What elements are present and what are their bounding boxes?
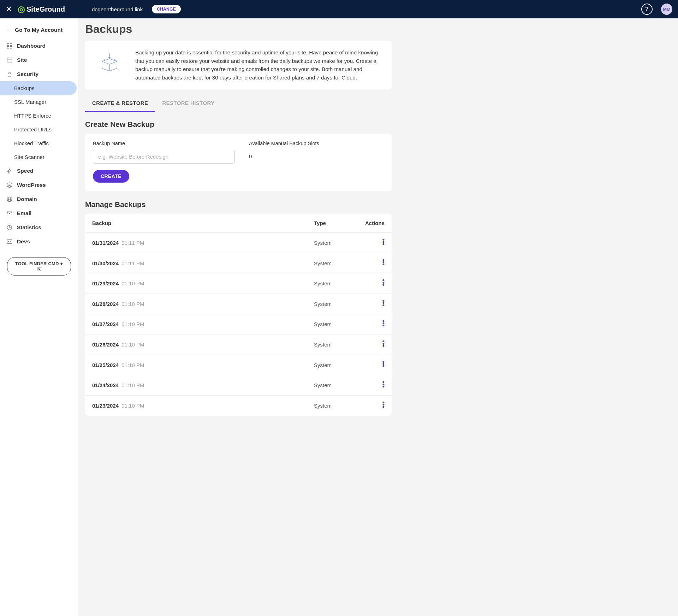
sidebar-item-wordpress[interactable]: WordPress bbox=[0, 178, 78, 192]
sidebar-item-domain[interactable]: Domain bbox=[0, 192, 78, 206]
sidebar-item-speed[interactable]: Speed bbox=[0, 164, 78, 178]
site-icon bbox=[6, 57, 13, 63]
subnav-item-blocked-traffic[interactable]: Blocked Traffic bbox=[0, 136, 78, 150]
actions-menu-icon[interactable]: ••• bbox=[382, 340, 385, 347]
actions-menu-icon[interactable]: ••• bbox=[382, 401, 385, 408]
backup-time: 01:11 PM bbox=[120, 240, 144, 246]
devs-icon bbox=[6, 238, 13, 245]
backup-cell: 01/24/2024 01:10 PM bbox=[92, 382, 314, 388]
wordpress-icon bbox=[6, 182, 13, 188]
subnav-item-ssl-manager[interactable]: SSL Manager bbox=[0, 95, 78, 109]
subnav-item-protected-urls[interactable]: Protected URLs bbox=[0, 123, 78, 136]
backup-actions: ••• bbox=[353, 320, 385, 329]
security-icon bbox=[6, 71, 13, 77]
actions-menu-icon[interactable]: ••• bbox=[382, 238, 385, 245]
dashboard-icon bbox=[6, 43, 13, 49]
table-row: 01/25/2024 01:10 PMSystem••• bbox=[85, 355, 392, 375]
table-header: Backup Type Actions bbox=[85, 214, 392, 233]
avatar[interactable]: MM bbox=[661, 4, 672, 15]
tab-create-restore[interactable]: CREATE & RESTORE bbox=[85, 96, 155, 112]
svg-rect-1 bbox=[10, 43, 12, 45]
table-row: 01/29/2024 01:10 PMSystem••• bbox=[85, 273, 392, 294]
help-icon[interactable]: ? bbox=[641, 4, 653, 15]
col-actions: Actions bbox=[353, 220, 385, 226]
backup-time: 01:10 PM bbox=[120, 342, 144, 348]
col-backup: Backup bbox=[92, 220, 314, 226]
tool-finder-button[interactable]: TOOL FINDER CMD + K bbox=[7, 257, 71, 276]
backup-actions: ••• bbox=[353, 361, 385, 369]
table-row: 01/24/2024 01:10 PMSystem••• bbox=[85, 375, 392, 396]
backup-actions: ••• bbox=[353, 259, 385, 268]
backup-cell: 01/29/2024 01:10 PM bbox=[92, 280, 314, 286]
table-row: 01/26/2024 01:10 PMSystem••• bbox=[85, 334, 392, 355]
logo-text: SiteGround bbox=[26, 5, 65, 13]
manage-section-title: Manage Backups bbox=[85, 200, 392, 209]
sidebar-item-security[interactable]: Security bbox=[0, 67, 78, 81]
backup-name-input[interactable] bbox=[93, 150, 235, 164]
backup-type: System bbox=[314, 321, 353, 327]
sidebar-item-label: Security bbox=[17, 71, 38, 77]
actions-menu-icon[interactable]: ••• bbox=[382, 320, 385, 327]
sidebar: ← Go To My Account DashboardSiteSecurity… bbox=[0, 18, 78, 616]
create-button[interactable]: CREATE bbox=[93, 170, 129, 183]
backup-time: 01:10 PM bbox=[120, 382, 144, 388]
logo[interactable]: ◎ SiteGround bbox=[18, 4, 65, 14]
backup-actions: ••• bbox=[353, 381, 385, 390]
svg-rect-13 bbox=[7, 240, 12, 244]
sidebar-item-devs[interactable]: Devs bbox=[0, 235, 78, 249]
sidebar-item-label: Email bbox=[17, 210, 31, 217]
backup-type: System bbox=[314, 403, 353, 409]
svg-rect-0 bbox=[7, 43, 9, 45]
change-site-button[interactable]: CHANGE bbox=[152, 5, 181, 13]
subnav-item-https-enforce[interactable]: HTTPS Enforce bbox=[0, 109, 78, 123]
backup-box-icon bbox=[94, 48, 125, 73]
table-row: 01/30/2024 01:11 PMSystem••• bbox=[85, 253, 392, 274]
backup-time: 01:11 PM bbox=[120, 260, 144, 266]
sidebar-item-email[interactable]: Email bbox=[0, 206, 78, 220]
create-section-title: Create New Backup bbox=[85, 120, 392, 129]
sidebar-item-statistics[interactable]: Statistics bbox=[0, 220, 78, 235]
close-icon[interactable]: ✕ bbox=[6, 5, 12, 14]
sidebar-item-label: Devs bbox=[17, 238, 30, 245]
topbar: ✕ ◎ SiteGround dogeontheground.link CHAN… bbox=[0, 0, 678, 18]
backup-date: 01/29/2024 bbox=[92, 280, 119, 286]
actions-menu-icon[interactable]: ••• bbox=[382, 279, 385, 286]
backup-type: System bbox=[314, 342, 353, 348]
backup-type: System bbox=[314, 280, 353, 286]
actions-menu-icon[interactable]: ••• bbox=[382, 361, 385, 367]
tab-restore-history[interactable]: RESTORE HISTORY bbox=[155, 96, 221, 112]
backup-actions: ••• bbox=[353, 340, 385, 349]
backup-date: 01/28/2024 bbox=[92, 301, 119, 307]
backup-date: 01/24/2024 bbox=[92, 382, 119, 388]
actions-menu-icon[interactable]: ••• bbox=[382, 300, 385, 306]
actions-menu-icon[interactable]: ••• bbox=[382, 259, 385, 266]
intro-text: Backing up your data is essential for th… bbox=[135, 48, 383, 82]
backup-type: System bbox=[314, 240, 353, 246]
tabs: CREATE & RESTORERESTORE HISTORY bbox=[85, 96, 392, 112]
domain-icon bbox=[6, 196, 13, 202]
backup-actions: ••• bbox=[353, 279, 385, 288]
svg-rect-4 bbox=[7, 58, 12, 62]
create-backup-card: Backup Name Available Manual Backup Slot… bbox=[85, 134, 392, 191]
table-row: 01/23/2024 01:10 PMSystem••• bbox=[85, 396, 392, 416]
backup-cell: 01/23/2024 01:10 PM bbox=[92, 403, 314, 409]
backup-name-label: Backup Name bbox=[93, 141, 235, 146]
backup-cell: 01/26/2024 01:10 PM bbox=[92, 342, 314, 348]
site-name: dogeontheground.link bbox=[92, 6, 143, 12]
svg-rect-6 bbox=[8, 74, 11, 76]
backup-cell: 01/30/2024 01:11 PM bbox=[92, 260, 314, 266]
page-title: Backups bbox=[85, 23, 392, 36]
sidebar-item-label: Site bbox=[17, 57, 27, 63]
backup-cell: 01/31/2024 01:11 PM bbox=[92, 240, 314, 246]
sidebar-item-site[interactable]: Site bbox=[0, 53, 78, 67]
backup-type: System bbox=[314, 382, 353, 388]
svg-rect-3 bbox=[10, 47, 12, 48]
sidebar-item-dashboard[interactable]: Dashboard bbox=[0, 39, 78, 53]
backup-cell: 01/27/2024 01:10 PM bbox=[92, 321, 314, 327]
col-type: Type bbox=[314, 220, 353, 226]
back-to-account-link[interactable]: ← Go To My Account bbox=[0, 23, 78, 39]
subnav-item-backups[interactable]: Backups bbox=[0, 81, 77, 95]
subnav-item-site-scanner[interactable]: Site Scanner bbox=[0, 150, 78, 164]
actions-menu-icon[interactable]: ••• bbox=[382, 381, 385, 387]
backup-cell: 01/25/2024 01:10 PM bbox=[92, 362, 314, 368]
